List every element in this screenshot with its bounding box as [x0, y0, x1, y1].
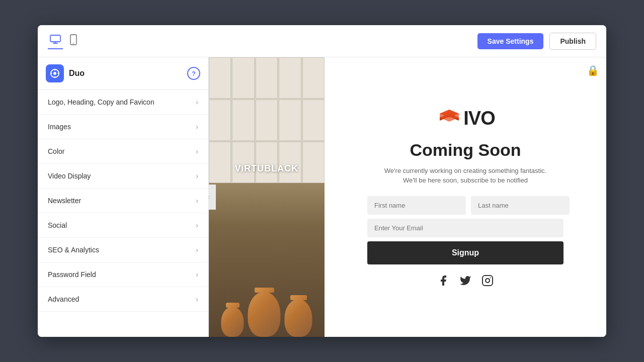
menu-item-label-seo-analytics: SEO & Analytics [48, 246, 99, 254]
app-logo [46, 64, 64, 82]
content-area: Duo ? Logo, Heading, Copy and Favicon › … [38, 57, 606, 337]
main-window: Save Settings Publish Duo ? Logo, Head [38, 25, 606, 337]
menu-item-arrow-video-display: › [196, 172, 198, 180]
desktop-icon[interactable] [48, 33, 63, 49]
menu-item-arrow-images: › [196, 123, 198, 131]
menu-item-arrow-seo-analytics: › [196, 246, 198, 254]
tile [232, 57, 254, 99]
menu-item-label-color: Color [48, 147, 64, 155]
tile [256, 142, 278, 183]
lock-icon: 🔒 [587, 64, 599, 76]
tile [302, 100, 325, 141]
sidebar-item-color[interactable]: Color › [38, 139, 208, 164]
sidebar: Duo ? Logo, Heading, Copy and Favicon › … [38, 57, 209, 337]
sidebar-item-social[interactable]: Social › [38, 213, 208, 238]
tile [256, 100, 278, 141]
help-button[interactable]: ? [187, 67, 200, 80]
sidebar-item-newsletter[interactable]: Newsletter › [38, 189, 208, 213]
menu-item-arrow-color: › [196, 147, 198, 155]
sidebar-header: Duo ? [38, 57, 208, 90]
tile [279, 57, 301, 99]
subtitle-1: We're currently working on creating some… [384, 167, 546, 174]
svg-point-4 [53, 72, 56, 75]
tile [209, 57, 231, 99]
sidebar-item-seo-analytics[interactable]: SEO & Analytics › [38, 238, 208, 262]
menu-item-arrow-social: › [196, 221, 198, 229]
sidebar-item-video-display[interactable]: Video Display › [38, 164, 208, 189]
svg-point-2 [73, 43, 74, 44]
tile [279, 142, 301, 183]
sidebar-item-logo-heading[interactable]: Logo, Heading, Copy and Favicon › [38, 90, 208, 115]
svg-rect-6 [482, 276, 493, 286]
menu-item-label-newsletter: Newsletter [48, 197, 81, 205]
menu-item-arrow-password-field: › [196, 270, 198, 279]
menu-item-arrow-advanced: › [196, 295, 198, 303]
last-name-input[interactable] [471, 196, 570, 215]
menu-item-label-password-field: Password Field [48, 270, 96, 279]
pot-small [221, 307, 244, 337]
first-name-input[interactable] [367, 196, 466, 215]
subtitle-2: We'll be here soon, subscribe to be noti… [403, 176, 528, 184]
menu-item-label-logo-heading: Logo, Heading, Copy and Favicon [48, 98, 154, 106]
tile [302, 57, 325, 99]
publish-button[interactable]: Publish [549, 33, 596, 50]
brand-text: ViRTUBLACK [235, 163, 299, 174]
mobile-icon[interactable] [68, 32, 79, 50]
tile [302, 142, 325, 183]
tile [279, 100, 301, 141]
brand-logo: IVO [436, 105, 495, 132]
top-bar: Save Settings Publish [38, 25, 606, 57]
menu-item-label-social: Social [48, 221, 67, 229]
instagram-icon[interactable] [481, 275, 494, 290]
tile [209, 142, 231, 183]
kitchen-scene: ViRTUBLACK [209, 57, 325, 337]
pot-large [248, 292, 281, 337]
twitter-icon[interactable] [459, 275, 471, 290]
sidebar-item-images[interactable]: Images › [38, 115, 208, 139]
menu-item-label-images: Images [48, 123, 71, 131]
sidebar-title: Duo [69, 69, 182, 78]
landing-preview: 🔒 IVO Coming Soon We're currently workin… [325, 57, 606, 337]
menu-item-label-video-display: Video Display [48, 172, 91, 180]
name-form-row [367, 196, 564, 215]
ivo-logo-icon [436, 105, 463, 132]
save-settings-button[interactable]: Save Settings [477, 33, 544, 49]
sidebar-item-password-field[interactable]: Password Field › [38, 262, 208, 287]
menu-item-arrow-logo-heading: › [196, 98, 198, 106]
pot-container [221, 292, 312, 337]
tile [232, 142, 254, 183]
tile [232, 100, 254, 141]
preview-image-section: ViRTUBLACK ‹ [209, 57, 325, 337]
svg-rect-0 [50, 35, 60, 42]
sidebar-item-advanced[interactable]: Advanced › [38, 287, 208, 312]
menu-item-arrow-newsletter: › [196, 197, 198, 205]
tile [256, 57, 278, 99]
email-input[interactable] [367, 219, 564, 237]
collapse-handle[interactable]: ‹ [209, 185, 216, 210]
coming-soon-title: Coming Soon [410, 140, 521, 160]
sidebar-menu: Logo, Heading, Copy and Favicon › Images… [38, 90, 208, 337]
menu-item-label-advanced: Advanced [48, 295, 79, 303]
signup-button[interactable]: Signup [367, 241, 564, 264]
pot-medium [285, 299, 312, 337]
device-icons [48, 32, 79, 50]
social-icons [437, 275, 494, 290]
facebook-icon[interactable] [437, 275, 449, 290]
logo-text: IVO [463, 108, 495, 129]
tile [209, 100, 231, 141]
